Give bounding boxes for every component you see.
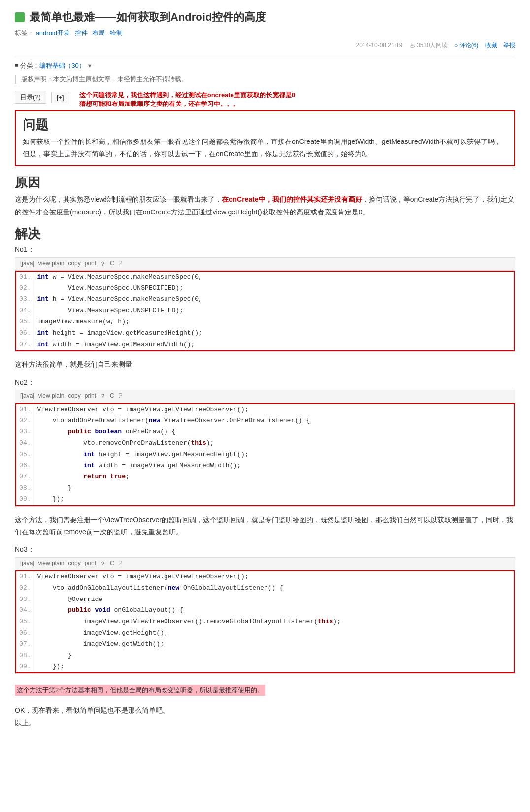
- note3-highlight: 这个方法于第2个方法基本相同，但他是全局的布局改变监听器，所以是最推荐使用的。: [15, 685, 265, 696]
- table-row: 09. });: [16, 661, 514, 672]
- table-row: 07. imageView.getWidth();: [16, 639, 514, 650]
- wenti-section: 问题 如何获取一个控件的长和高，相信很多朋友第一眼看见这个问题都会觉得很简单，直…: [15, 110, 515, 166]
- category-label: ≡ 分类：: [15, 61, 39, 70]
- toolbar-copy-1[interactable]: copy: [68, 260, 80, 268]
- annotation-area: 这个问题很常见，我也这样遇到，经过测试在oncreate里面获取的长宽都是0 猜…: [79, 91, 515, 108]
- jiejue-title: 解决: [15, 225, 515, 243]
- code-toolbar-1: [java] view plain copy print ？ C ℙ: [15, 258, 515, 271]
- table-row: 01.ViewTreeObserver vto = imageView.getV…: [16, 404, 514, 416]
- toolbar-q-2: ？: [100, 392, 106, 401]
- category-bar: ≡ 分类： 编程基础（30） ▼: [15, 61, 515, 70]
- no1-label: No1：: [15, 246, 515, 254]
- table-row: 08. }: [16, 483, 514, 494]
- toolbar-c-3[interactable]: C: [110, 560, 114, 568]
- tag-control[interactable]: 控件: [75, 29, 88, 36]
- table-row: 03.int h = View.MeasureSpec.makeMeasureS…: [16, 294, 514, 305]
- page-title: 最简单也最难——如何获取到Android控件的高度: [30, 10, 266, 25]
- table-row: 05.imageView.measure(w, h);: [16, 317, 514, 328]
- no2-label: No2：: [15, 378, 515, 387]
- table-row: 02. vto.addOnPreDrawListener(new ViewTre…: [16, 415, 514, 426]
- toc-row: 目录(?) [+] 这个问题很常见，我也这样遇到，经过测试在oncreate里面…: [15, 91, 515, 110]
- toolbar-java-1[interactable]: [java]: [20, 260, 34, 268]
- tag-android[interactable]: android开发: [36, 29, 70, 36]
- table-row: 02. View.MeasureSpec.UNSPECIFIED);: [16, 283, 514, 294]
- toc-button[interactable]: 目录(?): [15, 91, 46, 104]
- table-row: 07. return true;: [16, 471, 514, 483]
- category-arrow[interactable]: ▼: [87, 63, 93, 69]
- title-bar: 最简单也最难——如何获取到Android控件的高度: [15, 10, 515, 25]
- toolbar-view-2[interactable]: view plain: [38, 392, 65, 401]
- toolbar-p-1[interactable]: ℙ: [118, 260, 122, 268]
- table-row: 04. vto.removeOnPreDrawListener(this);: [16, 438, 514, 449]
- code-inner-3: 01.ViewTreeObserver vto = imageView.getV…: [15, 570, 515, 673]
- toc-bar: 目录(?) [+]: [15, 91, 69, 104]
- toolbar-view-1[interactable]: view plain: [38, 260, 65, 268]
- title-icon: [15, 12, 25, 22]
- wenti-title: 问题: [23, 116, 507, 134]
- annotation1: 这个问题很常见，我也这样遇到，经过测试在oncreate里面获取的长宽都是0: [79, 91, 515, 100]
- annotation2: 猜想可能和布局加载顺序之类的有关，还在学习中。。。: [79, 100, 515, 108]
- final-note: OK，现在看来，看似简单问题也不是那么简单吧。 以上。: [15, 705, 515, 729]
- code-table-3: 01.ViewTreeObserver vto = imageView.getV…: [16, 571, 514, 672]
- table-row: 06. imageView.getHeight();: [16, 628, 514, 639]
- toolbar-c-2[interactable]: C: [110, 392, 114, 401]
- jiejue-section: 解决 No1： [java] view plain copy print ？ C…: [15, 225, 515, 730]
- tags-label: 标签：: [15, 29, 34, 36]
- table-row: 01.int w = View.MeasureSpec.makeMeasureS…: [16, 272, 514, 283]
- table-row: 05. imageView.getViewTreeObserver().remo…: [16, 616, 514, 628]
- table-row: 02. vto.addOnGlobalLayoutListener(new On…: [16, 583, 514, 594]
- meta-reads: ♨ 3530人阅读: [409, 42, 448, 49]
- table-row: 05. int height = imageView.getMeasuredHe…: [16, 449, 514, 460]
- toolbar-java-3[interactable]: [java]: [20, 560, 34, 568]
- table-row: 03. @Override: [16, 594, 514, 605]
- code-table-2: 01.ViewTreeObserver vto = imageView.getV…: [16, 404, 514, 505]
- code-block-2: [java] view plain copy print ？ C ℙ 01.Vi…: [15, 390, 515, 507]
- yuanyin-text: 这是为什么呢，其实熟悉view绘制流程的朋友应该一眼就看出来了，在onCreat…: [15, 193, 515, 218]
- code-toolbar-3: [java] view plain copy print ？ C ℙ: [15, 558, 515, 570]
- toolbar-print-1[interactable]: print: [85, 260, 96, 268]
- table-row: 06. int width = imageView.getMeasuredWid…: [16, 460, 514, 472]
- toolbar-c-1[interactable]: C: [110, 260, 114, 268]
- toolbar-print-3[interactable]: print: [85, 560, 96, 568]
- category-link[interactable]: 编程基础（30）: [39, 61, 85, 70]
- meta-bar: 2014-10-08 21:19 ♨ 3530人阅读 ○ 评论(6) 收藏 举报: [15, 41, 515, 50]
- meta-comments[interactable]: ○ 评论(6): [454, 42, 478, 49]
- code-block-3: [java] view plain copy print ？ C ℙ 01.Vi…: [15, 557, 515, 674]
- toolbar-p-2[interactable]: ℙ: [118, 392, 122, 401]
- divider-top: [15, 56, 515, 56]
- toolbar-q-3: ？: [100, 560, 106, 568]
- meta-date: 2014-10-08 21:19: [356, 42, 403, 49]
- meta-collect[interactable]: 收藏: [485, 42, 497, 49]
- table-row: 08. }: [16, 650, 514, 662]
- tag-draw[interactable]: 绘制: [110, 29, 123, 36]
- tag-layout[interactable]: 布局: [92, 29, 105, 36]
- toolbar-q-1: ？: [100, 260, 106, 268]
- code-toolbar-2: [java] view plain copy print ？ C ℙ: [15, 390, 515, 403]
- wenti-content: 如何获取一个控件的长和高，相信很多朋友第一眼看见这个问题都会觉得很简单，直接在o…: [23, 136, 507, 160]
- table-row: 03. public boolean onPreDraw() {: [16, 426, 514, 438]
- table-row: 09. });: [16, 494, 514, 505]
- table-row: 07.int width = imageView.getMeasuredWidt…: [16, 339, 514, 351]
- toolbar-p-3[interactable]: ℙ: [118, 560, 122, 568]
- table-row: 04. View.MeasureSpec.UNSPECIFIED);: [16, 305, 514, 317]
- code-inner-1: 01.int w = View.MeasureSpec.makeMeasureS…: [15, 271, 515, 352]
- toolbar-print-2[interactable]: print: [85, 392, 96, 401]
- note1: 这种方法很简单，就是我们自己来测量: [15, 358, 515, 371]
- toolbar-java-2[interactable]: [java]: [20, 392, 34, 401]
- yuanyin-title: 原因: [15, 174, 515, 191]
- code-table-1: 01.int w = View.MeasureSpec.makeMeasureS…: [16, 272, 514, 351]
- note2: 这个方法，我们需要注册一个ViewTreeObserver的监听回调，这个监听回…: [15, 514, 515, 538]
- toolbar-copy-2[interactable]: copy: [68, 392, 80, 401]
- copyright: 版权声明：本文为博主原创文章，未经博主允许不得转载。: [15, 75, 515, 84]
- yuanyin-highlight: 在onCreate中，我们的控件其实还并没有画好: [222, 195, 362, 203]
- table-row: 04. public void onGlobalLayout() {: [16, 605, 514, 616]
- toolbar-view-3[interactable]: view plain: [38, 560, 65, 568]
- tags-bar: 标签： android开发 控件 布局 绘制: [15, 29, 515, 37]
- toolbar-copy-3[interactable]: copy: [68, 560, 80, 568]
- meta-report[interactable]: 举报: [503, 42, 515, 49]
- code-block-1: [java] view plain copy print ？ C ℙ 01.in…: [15, 257, 515, 352]
- code-inner-2: 01.ViewTreeObserver vto = imageView.getV…: [15, 403, 515, 506]
- yuanyin-section: 原因 这是为什么呢，其实熟悉view绘制流程的朋友应该一眼就看出来了，在onCr…: [15, 174, 515, 218]
- toc-expand-button[interactable]: [+]: [51, 92, 69, 103]
- table-row: 06.int height = imageView.getMeasuredHei…: [16, 328, 514, 339]
